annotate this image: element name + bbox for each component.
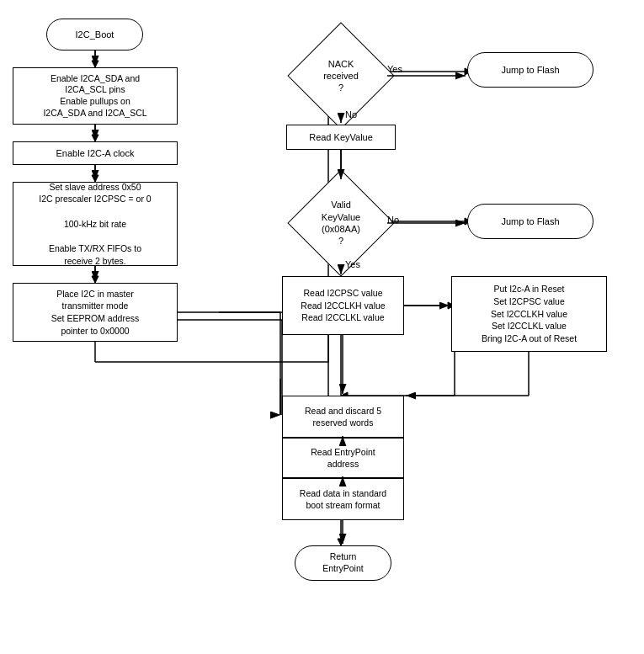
jump-flash-2-node: Jump to Flash	[467, 204, 593, 239]
read-discard-node: Read and discard 5reserved words	[282, 396, 404, 438]
put-reset-node: Put I2c-A in ResetSet I2CPSC valueSet I2…	[451, 276, 607, 352]
svg-marker-1	[92, 61, 98, 67]
svg-marker-3	[92, 135, 98, 141]
read-data-node: Read data in standardboot stream format	[282, 478, 404, 520]
nack-yes-label: Yes	[387, 64, 402, 74]
read-keyvalue-node: Read KeyValue	[286, 125, 396, 150]
valid-kv-no-label: No	[387, 215, 399, 225]
nack-diamond-text: NACKreceived?	[323, 58, 359, 94]
set-slave-node: Set slave address 0x50I2C prescaler I2CP…	[13, 182, 178, 266]
read-entry-node: Read EntryPointaddress	[282, 438, 404, 478]
enable-clock-node: Enable I2C-A clock	[13, 141, 178, 165]
valid-kv-yes-label: Yes	[345, 259, 360, 269]
flowchart-diagram: I2C_Boot Enable I2CA_SDA andI2CA_SCL pin…	[0, 0, 644, 654]
jump-flash-1-node: Jump to Flash	[467, 52, 593, 88]
valid-kv-diamond-text: ValidKeyValue(0x08AA)?	[322, 199, 360, 247]
place-i2c-node: Place I2C in mastertransmitter modeSet E…	[13, 283, 178, 342]
enable-pins-node: Enable I2CA_SDA andI2CA_SCL pinsEnable p…	[13, 67, 178, 125]
read-values-node: Read I2CPSC valueRead I2CCLKH valueRead …	[282, 276, 404, 335]
nack-no-label: No	[345, 109, 357, 120]
svg-marker-7	[92, 276, 98, 283]
return-entry-node: ReturnEntryPoint	[295, 545, 391, 581]
svg-marker-32	[338, 539, 344, 545]
i2c-boot-node: I2C_Boot	[46, 19, 143, 51]
nack-diamond-container: NACKreceived?	[295, 34, 387, 118]
valid-kv-diamond-container: ValidKeyValue(0x08AA)?	[295, 181, 387, 265]
